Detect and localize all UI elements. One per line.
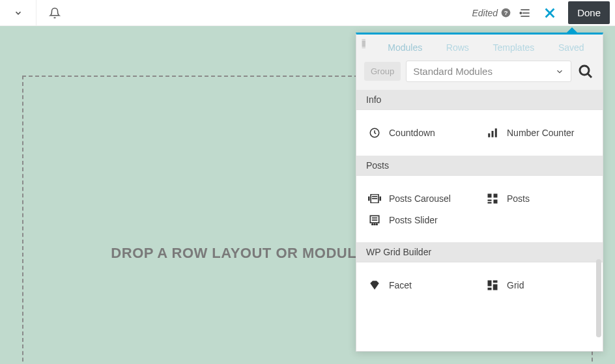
section-title: WP Grid Builder (356, 242, 441, 262)
diamond-icon (368, 279, 381, 291)
grid-icon (486, 193, 499, 204)
panel-arrow (566, 27, 578, 33)
section-header-wpgrid: WP Grid Builder (356, 242, 603, 262)
top-toolbar: Edited ? Done (0, 0, 615, 26)
svg-point-28 (374, 224, 375, 225)
drag-handle-icon[interactable]: ≡≡≡≡ (360, 35, 369, 48)
module-facet[interactable]: Facet (362, 274, 479, 296)
svg-rect-13 (495, 128, 497, 137)
svg-rect-22 (488, 202, 492, 203)
panel-tabs: Modules Rows Templates Saved (369, 35, 603, 61)
slider-icon (368, 215, 381, 225)
svg-rect-30 (488, 281, 492, 287)
edited-status: Edited ? (472, 8, 511, 18)
svg-point-5 (520, 12, 521, 13)
section-items-wpgrid: Facet Grid (356, 262, 603, 308)
svg-rect-17 (372, 198, 377, 199)
svg-point-29 (377, 224, 378, 225)
panel-filter-row: Group Standard Modules (356, 61, 603, 90)
module-label: Grid (507, 280, 524, 290)
module-label: Posts Slider (389, 215, 438, 225)
module-label: Countdown (389, 128, 435, 138)
chevron-down-button[interactable] (0, 0, 36, 25)
help-icon[interactable]: ? (501, 8, 511, 18)
notifications-button[interactable] (36, 0, 72, 25)
svg-rect-31 (493, 281, 498, 283)
section-title: Posts (356, 156, 399, 175)
svg-point-8 (580, 66, 589, 75)
content-panel: ≡≡≡≡ Modules Rows Templates Saved Group … (356, 33, 603, 352)
clock-icon (368, 127, 381, 139)
close-icon (543, 6, 557, 20)
svg-rect-23 (494, 200, 498, 204)
carousel-icon (368, 194, 381, 203)
svg-rect-21 (488, 200, 492, 201)
bars-icon (486, 127, 499, 139)
svg-rect-14 (368, 197, 370, 201)
svg-line-9 (588, 74, 592, 77)
panel-scroll-area[interactable]: Info Countdown Number Counter Posts (356, 90, 603, 351)
svg-rect-19 (488, 194, 492, 198)
panel-header: ≡≡≡≡ Modules Rows Templates Saved (356, 35, 603, 61)
outline-button[interactable] (519, 7, 532, 20)
module-countdown[interactable]: Countdown (362, 122, 479, 144)
module-number-counter[interactable]: Number Counter (479, 122, 597, 144)
section-header-info: Info (356, 90, 603, 110)
svg-rect-20 (494, 194, 498, 198)
done-button[interactable]: Done (568, 1, 610, 24)
svg-rect-18 (380, 197, 382, 201)
edited-label: Edited (472, 8, 498, 18)
chevron-down-icon (14, 8, 23, 18)
section-header-posts: Posts (356, 156, 603, 176)
search-icon (578, 64, 594, 79)
tab-templates[interactable]: Templates (493, 42, 535, 53)
svg-rect-11 (488, 133, 490, 137)
tab-saved[interactable]: Saved (558, 42, 584, 53)
module-type-dropdown[interactable]: Standard Modules (406, 61, 571, 82)
search-button[interactable] (577, 64, 595, 79)
section-title: Info (356, 90, 391, 109)
toolbar-left (0, 0, 72, 25)
module-label: Posts Carousel (389, 193, 451, 204)
module-label: Posts (507, 193, 530, 204)
scrollbar-thumb[interactable] (596, 259, 601, 337)
svg-point-27 (372, 224, 373, 225)
module-label: Facet (389, 280, 412, 290)
grid2-icon (486, 279, 499, 291)
outline-icon (519, 7, 532, 20)
module-label: Number Counter (507, 128, 575, 138)
close-panel-button[interactable] (539, 6, 560, 20)
svg-rect-16 (372, 196, 377, 197)
module-posts-carousel[interactable]: Posts Carousel (362, 188, 479, 210)
bell-icon (49, 7, 61, 19)
svg-rect-33 (488, 288, 492, 290)
tab-rows[interactable]: Rows (446, 42, 469, 53)
svg-rect-12 (492, 131, 494, 137)
module-posts-slider[interactable]: Posts Slider (362, 210, 479, 231)
toolbar-right: Edited ? Done (472, 1, 610, 24)
section-items-posts: Posts Carousel Posts Posts Slider (356, 176, 603, 242)
tab-modules[interactable]: Modules (388, 42, 422, 53)
group-button[interactable]: Group (364, 62, 401, 81)
chevron-down-icon (555, 67, 564, 76)
svg-text:?: ? (504, 10, 508, 16)
module-grid[interactable]: Grid (479, 274, 597, 296)
dropdown-value: Standard Modules (413, 66, 493, 77)
svg-rect-32 (493, 285, 498, 290)
module-posts[interactable]: Posts (479, 188, 597, 210)
section-items-info: Countdown Number Counter (356, 110, 603, 156)
svg-rect-24 (370, 216, 379, 223)
